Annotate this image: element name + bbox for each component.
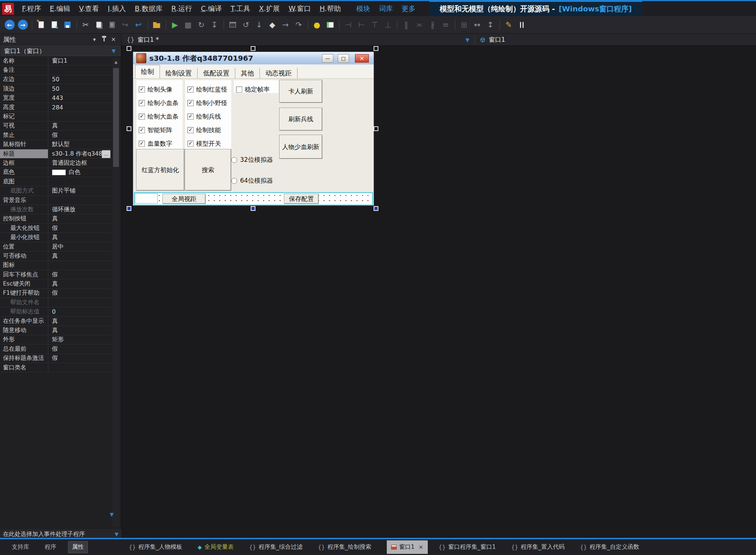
debug-window-icon[interactable] <box>226 18 239 31</box>
prop-backcolor[interactable]: 底色 白色 … <box>0 168 112 177</box>
menu-lexicon[interactable]: 词库 <box>374 4 397 14</box>
dock-arrow-icon[interactable]: ▾ <box>90 36 99 43</box>
step-down-icon[interactable]: ↓ <box>252 18 266 31</box>
pin-icon[interactable] <box>99 38 109 41</box>
prop-disabled[interactable]: 禁止 假 … <box>0 131 112 140</box>
checkbox-draw-small-jungle[interactable]: ✓ 绘制小野怪 <box>187 98 231 107</box>
tab-assembly-draw-search[interactable]: {} ◆ 程序集_绘制搜索 ✕ <box>318 540 371 554</box>
ui-settings-icon[interactable] <box>515 18 528 31</box>
locate-icon[interactable]: ◆ <box>266 18 279 31</box>
prop-position[interactable]: 位置 居中 … <box>0 242 112 252</box>
prop-tag[interactable]: 标记 … <box>0 112 112 121</box>
tab-assembly-character-template[interactable]: {} ◆ 程序集_人物模板 ✕ <box>129 540 182 554</box>
color-picker-icon[interactable]: ✎ <box>502 18 515 31</box>
step-over-icon[interactable]: → <box>279 18 292 31</box>
menu-modules[interactable]: 模块 <box>352 4 374 14</box>
align-top-icon[interactable]: ⊤ <box>368 18 381 31</box>
step-into-icon[interactable]: ↧ <box>208 18 221 31</box>
form-tab-draw-settings[interactable]: 绘制设置 <box>160 68 198 78</box>
folder-icon[interactable] <box>150 18 163 31</box>
stop-icon[interactable]: ■ <box>181 18 195 31</box>
prop-shape[interactable]: 外形 矩形 … <box>0 335 112 344</box>
checkbox-draw-avatar[interactable]: ✓ 绘制头像 <box>139 85 183 94</box>
prop-backimage[interactable]: 底图 … <box>0 177 112 186</box>
align-right-icon[interactable]: ⊢ <box>355 18 368 31</box>
radio-emulator-64bit[interactable]: 64位模拟器 <box>231 176 273 185</box>
run-icon[interactable]: ▶ <box>168 18 181 31</box>
button-search[interactable]: 搜索 <box>185 149 231 191</box>
object-selector[interactable]: 窗口1（窗口） ▼ <box>1 46 120 56</box>
prop-visible[interactable]: 可视 真 … <box>0 122 112 131</box>
prop-icon[interactable]: 图标 … <box>0 261 112 270</box>
redo-icon[interactable]: ↪ <box>119 18 132 31</box>
selection-handle-bottom-middle[interactable] <box>251 206 255 211</box>
button-refresh-minions[interactable]: 刷新兵线 <box>279 108 322 131</box>
tab-assembly-insert-code[interactable]: {} ◆ 程序集_置入代码 ✕ <box>511 540 565 554</box>
prop-height[interactable]: 高度 284 … <box>0 103 112 112</box>
checkbox-draw-large-healthbar[interactable]: ✓ 绘制大血条 <box>139 112 183 121</box>
selection-handle-top-left[interactable] <box>127 46 131 51</box>
prop-left[interactable]: 左边 50 … <box>0 75 112 84</box>
menu-edit[interactable]: E.编辑 <box>45 4 75 14</box>
checkbox-draw-red-blue-monsters[interactable]: ✓ 绘制红蓝怪 <box>187 85 231 94</box>
tab-program[interactable]: 程序 <box>41 541 60 553</box>
app-logo-icon[interactable]: 易 <box>2 3 14 15</box>
prop-free-move[interactable]: 随意移动 真 … <box>0 326 112 335</box>
menu-compile[interactable]: C.编译 <box>197 4 226 14</box>
button-red-blue-init[interactable]: 红蓝方初始化 <box>136 149 184 191</box>
tab-support-libraries[interactable]: 支持库 <box>8 541 33 553</box>
open-file-icon[interactable] <box>48 18 61 31</box>
form-tab-dynamic-view[interactable]: 动态视距 <box>260 68 297 78</box>
equal-width-icon[interactable]: ‖ <box>400 18 413 31</box>
checkbox-model-switch[interactable]: ✓ 模型开关 <box>187 139 231 148</box>
prop-background-music[interactable]: 背景音乐 … <box>0 196 112 205</box>
new-file-icon[interactable] <box>34 18 48 31</box>
form-close-button[interactable]: ✕ <box>355 54 369 63</box>
selection-handle-middle-left[interactable] <box>127 126 131 131</box>
prop-border[interactable]: 边框 普通固定边框 … <box>0 159 112 168</box>
checkbox-draw-minions[interactable]: ✓ 绘制兵线 <box>187 112 231 121</box>
prop-top[interactable]: 顶边 50 … <box>0 84 112 93</box>
restart-icon[interactable]: ↻ <box>195 18 208 31</box>
checkbox-stable-framerate[interactable]: ✓ 稳定帧率 <box>236 85 278 94</box>
align-left-icon[interactable]: ⊣ <box>342 18 355 31</box>
menu-run[interactable]: R.运行 <box>167 4 197 14</box>
tab-list-dropdown-icon[interactable]: ▼ <box>465 37 469 43</box>
fit-width-icon[interactable]: ↔ <box>471 18 484 31</box>
menu-window[interactable]: W.窗口 <box>284 4 315 14</box>
strip-edit-box[interactable] <box>135 193 158 204</box>
button-low-health-refresh[interactable]: 人物少血刷新 <box>279 135 322 159</box>
checkbox-draw-small-healthbar[interactable]: ✓ 绘制小血条 <box>139 98 183 107</box>
fit-height-icon[interactable]: ↕ <box>484 18 497 31</box>
prop-maximize-button[interactable]: 最大化按钮 假 … <box>0 224 112 233</box>
form-tab-draw[interactable]: 绘制 <box>135 65 160 78</box>
center-horizontal-icon[interactable]: ∦ <box>426 18 439 31</box>
cut-icon[interactable]: ✂ <box>79 18 92 31</box>
prop-backimage-mode[interactable]: 底图方式 图片平铺 … <box>0 186 112 195</box>
designed-form-window[interactable]: s30-1.8 作者q3487701967 —□✕ 绘制绘制设置低配设置其他动态… <box>133 52 374 206</box>
center-vertical-icon[interactable]: ≡ <box>439 18 452 31</box>
form-bottom-strip[interactable]: 全局视距保存配置 <box>134 192 373 205</box>
tab-properties[interactable]: 属性 <box>68 541 88 553</box>
selection-handle-middle-right[interactable] <box>374 126 378 131</box>
align-bottom-icon[interactable]: ⊥ <box>381 18 394 31</box>
undo-icon[interactable]: ↩ <box>132 18 145 31</box>
same-size-icon[interactable]: ⊞ <box>457 18 471 31</box>
radio-emulator-32bit[interactable]: 32位模拟器 <box>231 156 273 164</box>
prop-remark[interactable]: 备注 … <box>0 66 112 75</box>
prop-f1-help[interactable]: F1键打开帮助 假 … <box>0 289 112 298</box>
prop-topmost[interactable]: 总在最前 假 … <box>0 344 112 354</box>
prop-width[interactable]: 宽度 443 … <box>0 94 112 103</box>
panel-dropdown-icon[interactable]: ▼ <box>110 511 114 517</box>
back-icon[interactable]: ← <box>3 18 16 31</box>
checkbox-draw-skills[interactable]: ✓ 绘制技能 <box>187 126 231 134</box>
menu-help[interactable]: H.帮助 <box>315 4 345 14</box>
prop-title[interactable]: 标题 s30-1.8 作者q348 … <box>0 149 112 159</box>
selection-handle-top-middle[interactable] <box>251 46 255 51</box>
copy-icon[interactable] <box>92 18 105 31</box>
menu-extensions[interactable]: X.扩展 <box>255 4 284 14</box>
form-designer-icon[interactable] <box>323 18 337 31</box>
checkbox-smart-matrix[interactable]: ✓ 智能矩阵 <box>139 126 183 134</box>
tab-global-variables[interactable]: ◆ 全局变量表 ✕ <box>198 540 234 554</box>
form-tab-low-spec-settings[interactable]: 低配设置 <box>198 68 235 78</box>
